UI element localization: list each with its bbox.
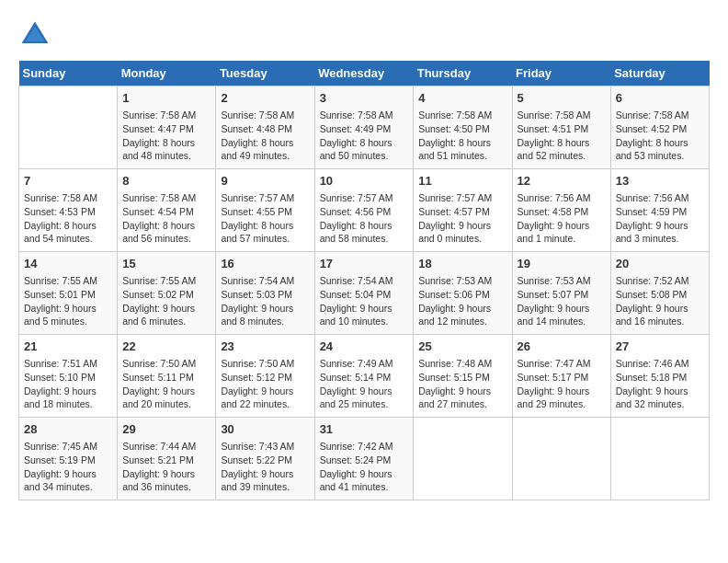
week-row-4: 21Sunrise: 7:51 AM Sunset: 5:10 PM Dayli… — [19, 335, 710, 418]
day-number: 12 — [518, 173, 606, 190]
day-number: 20 — [616, 256, 704, 272]
day-cell-3: 3Sunrise: 7:58 AM Sunset: 4:49 PM Daylig… — [314, 86, 414, 169]
day-number: 31 — [320, 421, 409, 438]
day-number: 29 — [122, 421, 210, 438]
day-info: Sunrise: 7:58 AM Sunset: 4:54 PM Dayligh… — [122, 191, 210, 246]
day-number: 2 — [221, 90, 309, 107]
calendar-table: SundayMondayTuesdayWednesdayThursdayFrid… — [18, 61, 710, 500]
day-cell-22: 22Sunrise: 7:50 AM Sunset: 5:11 PM Dayli… — [118, 335, 216, 418]
header-cell-monday: Monday — [118, 61, 216, 86]
day-info: Sunrise: 7:42 AM Sunset: 5:24 PM Dayligh… — [320, 440, 409, 494]
calendar-body: 1Sunrise: 7:58 AM Sunset: 4:47 PM Daylig… — [19, 86, 710, 500]
day-cell-31: 31Sunrise: 7:42 AM Sunset: 5:24 PM Dayli… — [314, 418, 414, 500]
day-cell-9: 9Sunrise: 7:57 AM Sunset: 4:55 PM Daylig… — [216, 169, 314, 252]
day-number: 16 — [221, 256, 309, 272]
day-info: Sunrise: 7:51 AM Sunset: 5:10 PM Dayligh… — [24, 357, 112, 411]
day-cell-16: 16Sunrise: 7:54 AM Sunset: 5:03 PM Dayli… — [216, 252, 314, 335]
day-cell-12: 12Sunrise: 7:56 AM Sunset: 4:58 PM Dayli… — [512, 169, 610, 252]
day-info: Sunrise: 7:46 AM Sunset: 5:18 PM Dayligh… — [616, 357, 704, 411]
header-cell-sunday: Sunday — [19, 61, 118, 86]
day-cell-2: 2Sunrise: 7:58 AM Sunset: 4:48 PM Daylig… — [216, 86, 314, 169]
day-info: Sunrise: 7:50 AM Sunset: 5:11 PM Dayligh… — [122, 357, 210, 411]
day-number: 19 — [518, 256, 606, 272]
day-cell-15: 15Sunrise: 7:55 AM Sunset: 5:02 PM Dayli… — [118, 252, 216, 335]
day-info: Sunrise: 7:58 AM Sunset: 4:50 PM Dayligh… — [418, 109, 506, 163]
day-number: 25 — [418, 339, 506, 355]
day-number: 11 — [418, 173, 506, 190]
day-number: 21 — [24, 339, 112, 355]
day-number: 27 — [616, 339, 704, 355]
day-cell-23: 23Sunrise: 7:50 AM Sunset: 5:12 PM Dayli… — [216, 335, 314, 418]
day-number: 10 — [320, 173, 409, 190]
day-info: Sunrise: 7:44 AM Sunset: 5:21 PM Dayligh… — [122, 440, 210, 494]
day-info: Sunrise: 7:49 AM Sunset: 5:14 PM Dayligh… — [320, 357, 409, 411]
day-info: Sunrise: 7:57 AM Sunset: 4:57 PM Dayligh… — [418, 191, 506, 246]
day-cell-20: 20Sunrise: 7:52 AM Sunset: 5:08 PM Dayli… — [610, 252, 709, 335]
day-number: 18 — [418, 256, 506, 272]
header-cell-tuesday: Tuesday — [216, 61, 314, 86]
day-number: 4 — [418, 90, 506, 107]
header-row: SundayMondayTuesdayWednesdayThursdayFrid… — [19, 61, 710, 86]
empty-cell — [610, 418, 709, 500]
day-info: Sunrise: 7:58 AM Sunset: 4:49 PM Dayligh… — [320, 109, 409, 163]
day-info: Sunrise: 7:48 AM Sunset: 5:15 PM Dayligh… — [418, 357, 506, 411]
day-info: Sunrise: 7:57 AM Sunset: 4:55 PM Dayligh… — [221, 191, 309, 246]
day-cell-6: 6Sunrise: 7:58 AM Sunset: 4:52 PM Daylig… — [610, 86, 709, 169]
day-info: Sunrise: 7:58 AM Sunset: 4:51 PM Dayligh… — [518, 109, 606, 163]
header-cell-wednesday: Wednesday — [314, 61, 414, 86]
day-number: 5 — [518, 90, 606, 107]
day-info: Sunrise: 7:50 AM Sunset: 5:12 PM Dayligh… — [221, 357, 309, 411]
day-info: Sunrise: 7:45 AM Sunset: 5:19 PM Dayligh… — [24, 440, 112, 494]
day-info: Sunrise: 7:55 AM Sunset: 5:02 PM Dayligh… — [122, 274, 210, 328]
day-info: Sunrise: 7:58 AM Sunset: 4:47 PM Dayligh… — [122, 109, 210, 163]
day-cell-24: 24Sunrise: 7:49 AM Sunset: 5:14 PM Dayli… — [314, 335, 414, 418]
page-header — [18, 18, 710, 52]
day-number: 30 — [221, 421, 309, 438]
day-number: 24 — [320, 339, 409, 355]
day-number: 6 — [616, 90, 704, 107]
day-number: 9 — [221, 173, 309, 190]
day-cell-30: 30Sunrise: 7:43 AM Sunset: 5:22 PM Dayli… — [216, 418, 314, 500]
day-cell-4: 4Sunrise: 7:58 AM Sunset: 4:50 PM Daylig… — [414, 86, 512, 169]
day-cell-28: 28Sunrise: 7:45 AM Sunset: 5:19 PM Dayli… — [19, 418, 118, 500]
day-number: 13 — [616, 173, 704, 190]
day-cell-27: 27Sunrise: 7:46 AM Sunset: 5:18 PM Dayli… — [610, 335, 709, 418]
day-info: Sunrise: 7:58 AM Sunset: 4:48 PM Dayligh… — [221, 109, 309, 163]
header-cell-saturday: Saturday — [610, 61, 709, 86]
logo-icon — [18, 18, 51, 52]
day-cell-17: 17Sunrise: 7:54 AM Sunset: 5:04 PM Dayli… — [314, 252, 414, 335]
day-cell-7: 7Sunrise: 7:58 AM Sunset: 4:53 PM Daylig… — [19, 169, 118, 252]
day-cell-1: 1Sunrise: 7:58 AM Sunset: 4:47 PM Daylig… — [118, 86, 216, 169]
day-info: Sunrise: 7:52 AM Sunset: 5:08 PM Dayligh… — [616, 274, 704, 328]
day-number: 28 — [24, 421, 112, 438]
day-info: Sunrise: 7:56 AM Sunset: 4:59 PM Dayligh… — [616, 191, 704, 246]
day-cell-26: 26Sunrise: 7:47 AM Sunset: 5:17 PM Dayli… — [512, 335, 610, 418]
header-cell-friday: Friday — [512, 61, 610, 86]
day-cell-18: 18Sunrise: 7:53 AM Sunset: 5:06 PM Dayli… — [414, 252, 512, 335]
week-row-1: 1Sunrise: 7:58 AM Sunset: 4:47 PM Daylig… — [19, 86, 710, 169]
calendar-header: SundayMondayTuesdayWednesdayThursdayFrid… — [19, 61, 710, 86]
day-info: Sunrise: 7:54 AM Sunset: 5:03 PM Dayligh… — [221, 274, 309, 328]
header-cell-thursday: Thursday — [414, 61, 512, 86]
week-row-5: 28Sunrise: 7:45 AM Sunset: 5:19 PM Dayli… — [19, 418, 710, 500]
day-number: 23 — [221, 339, 309, 355]
week-row-3: 14Sunrise: 7:55 AM Sunset: 5:01 PM Dayli… — [19, 252, 710, 335]
day-info: Sunrise: 7:55 AM Sunset: 5:01 PM Dayligh… — [24, 274, 112, 328]
day-cell-11: 11Sunrise: 7:57 AM Sunset: 4:57 PM Dayli… — [414, 169, 512, 252]
day-cell-5: 5Sunrise: 7:58 AM Sunset: 4:51 PM Daylig… — [512, 86, 610, 169]
empty-cell — [414, 418, 512, 500]
day-info: Sunrise: 7:57 AM Sunset: 4:56 PM Dayligh… — [320, 191, 409, 246]
day-info: Sunrise: 7:58 AM Sunset: 4:52 PM Dayligh… — [616, 109, 704, 163]
day-info: Sunrise: 7:53 AM Sunset: 5:07 PM Dayligh… — [518, 274, 606, 328]
day-number: 15 — [122, 256, 210, 272]
week-row-2: 7Sunrise: 7:58 AM Sunset: 4:53 PM Daylig… — [19, 169, 710, 252]
day-number: 26 — [518, 339, 606, 355]
day-info: Sunrise: 7:47 AM Sunset: 5:17 PM Dayligh… — [518, 357, 606, 411]
day-number: 22 — [122, 339, 210, 355]
day-number: 8 — [122, 173, 210, 190]
day-cell-25: 25Sunrise: 7:48 AM Sunset: 5:15 PM Dayli… — [414, 335, 512, 418]
day-cell-21: 21Sunrise: 7:51 AM Sunset: 5:10 PM Dayli… — [19, 335, 118, 418]
day-info: Sunrise: 7:43 AM Sunset: 5:22 PM Dayligh… — [221, 440, 309, 494]
day-info: Sunrise: 7:53 AM Sunset: 5:06 PM Dayligh… — [418, 274, 506, 328]
day-cell-10: 10Sunrise: 7:57 AM Sunset: 4:56 PM Dayli… — [314, 169, 414, 252]
